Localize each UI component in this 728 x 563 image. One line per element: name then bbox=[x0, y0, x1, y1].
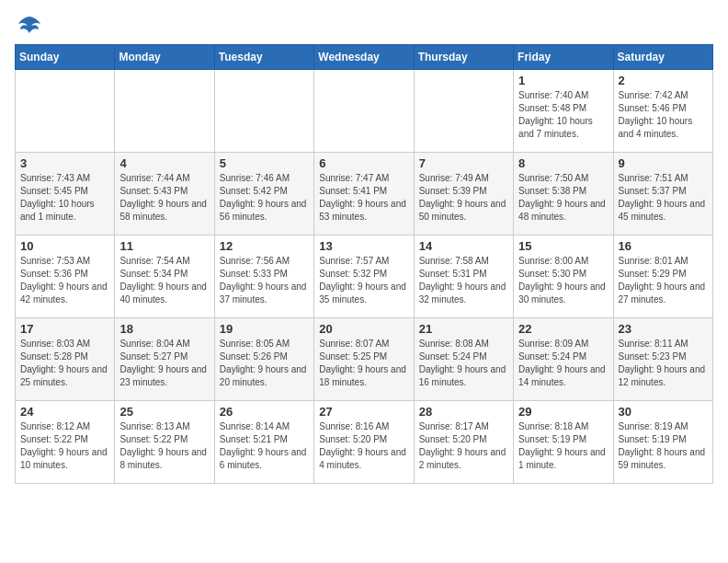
day-number: 23 bbox=[619, 322, 708, 336]
day-number: 12 bbox=[220, 239, 309, 253]
day-number: 25 bbox=[119, 405, 209, 419]
day-number: 24 bbox=[20, 405, 109, 419]
day-number: 22 bbox=[518, 322, 608, 336]
calendar-week-row: 3Sunrise: 7:43 AM Sunset: 5:45 PM Daylig… bbox=[16, 153, 713, 236]
day-number: 5 bbox=[220, 156, 309, 170]
day-info: Sunrise: 8:18 AM Sunset: 5:19 PM Dayligh… bbox=[518, 420, 608, 472]
day-number: 17 bbox=[20, 322, 109, 336]
page-header bbox=[15, 15, 713, 33]
calendar-cell: 6Sunrise: 7:47 AM Sunset: 5:41 PM Daylig… bbox=[314, 153, 414, 236]
weekday-header-tuesday: Tuesday bbox=[214, 45, 313, 70]
day-number: 18 bbox=[119, 322, 209, 336]
day-number: 11 bbox=[119, 239, 209, 253]
day-info: Sunrise: 7:58 AM Sunset: 5:31 PM Dayligh… bbox=[419, 255, 508, 306]
calendar-cell: 14Sunrise: 7:58 AM Sunset: 5:31 PM Dayli… bbox=[414, 236, 513, 318]
calendar-cell: 5Sunrise: 7:46 AM Sunset: 5:42 PM Daylig… bbox=[214, 153, 313, 236]
calendar-cell: 13Sunrise: 7:57 AM Sunset: 5:32 PM Dayli… bbox=[314, 236, 414, 318]
calendar-cell: 3Sunrise: 7:43 AM Sunset: 5:45 PM Daylig… bbox=[16, 153, 115, 236]
day-info: Sunrise: 8:17 AM Sunset: 5:20 PM Dayligh… bbox=[419, 420, 508, 472]
calendar-cell: 1Sunrise: 7:40 AM Sunset: 5:48 PM Daylig… bbox=[514, 70, 613, 153]
calendar-cell: 11Sunrise: 7:54 AM Sunset: 5:34 PM Dayli… bbox=[115, 236, 214, 318]
day-info: Sunrise: 8:11 AM Sunset: 5:23 PM Dayligh… bbox=[619, 338, 708, 389]
day-info: Sunrise: 8:13 AM Sunset: 5:22 PM Dayligh… bbox=[119, 420, 209, 472]
day-info: Sunrise: 8:09 AM Sunset: 5:24 PM Dayligh… bbox=[518, 338, 608, 389]
day-info: Sunrise: 8:01 AM Sunset: 5:29 PM Dayligh… bbox=[619, 255, 708, 306]
calendar-cell: 17Sunrise: 8:03 AM Sunset: 5:28 PM Dayli… bbox=[16, 318, 115, 401]
weekday-header-saturday: Saturday bbox=[613, 45, 712, 70]
day-number: 4 bbox=[119, 156, 209, 170]
weekday-header-wednesday: Wednesday bbox=[314, 45, 414, 70]
day-number: 3 bbox=[20, 156, 109, 170]
calendar-cell: 25Sunrise: 8:13 AM Sunset: 5:22 PM Dayli… bbox=[115, 401, 214, 484]
calendar-cell: 12Sunrise: 7:56 AM Sunset: 5:33 PM Dayli… bbox=[214, 236, 313, 318]
calendar-cell: 24Sunrise: 8:12 AM Sunset: 5:22 PM Dayli… bbox=[16, 401, 115, 484]
calendar-week-row: 1Sunrise: 7:40 AM Sunset: 5:48 PM Daylig… bbox=[16, 70, 713, 153]
calendar-cell: 16Sunrise: 8:01 AM Sunset: 5:29 PM Dayli… bbox=[613, 236, 712, 318]
day-info: Sunrise: 7:54 AM Sunset: 5:34 PM Dayligh… bbox=[119, 255, 209, 306]
day-info: Sunrise: 7:44 AM Sunset: 5:43 PM Dayligh… bbox=[119, 172, 209, 224]
calendar-week-row: 24Sunrise: 8:12 AM Sunset: 5:22 PM Dayli… bbox=[16, 401, 713, 484]
day-info: Sunrise: 7:40 AM Sunset: 5:48 PM Dayligh… bbox=[518, 89, 608, 141]
day-number: 29 bbox=[518, 405, 608, 419]
day-info: Sunrise: 7:43 AM Sunset: 5:45 PM Dayligh… bbox=[20, 172, 109, 224]
day-number: 2 bbox=[619, 74, 708, 87]
day-number: 15 bbox=[518, 239, 608, 253]
day-info: Sunrise: 7:47 AM Sunset: 5:41 PM Dayligh… bbox=[319, 172, 408, 224]
day-info: Sunrise: 8:08 AM Sunset: 5:24 PM Dayligh… bbox=[419, 338, 508, 389]
calendar-cell: 27Sunrise: 8:16 AM Sunset: 5:20 PM Dayli… bbox=[314, 401, 414, 484]
calendar-cell bbox=[16, 70, 115, 153]
calendar-cell: 2Sunrise: 7:42 AM Sunset: 5:46 PM Daylig… bbox=[613, 70, 712, 153]
day-info: Sunrise: 7:49 AM Sunset: 5:39 PM Dayligh… bbox=[419, 172, 508, 224]
day-info: Sunrise: 8:16 AM Sunset: 5:20 PM Dayligh… bbox=[319, 420, 408, 472]
day-number: 1 bbox=[518, 74, 608, 87]
day-number: 13 bbox=[319, 239, 408, 253]
weekday-header-thursday: Thursday bbox=[414, 45, 513, 70]
calendar-cell: 28Sunrise: 8:17 AM Sunset: 5:20 PM Dayli… bbox=[414, 401, 513, 484]
day-number: 7 bbox=[419, 156, 508, 170]
calendar-cell: 7Sunrise: 7:49 AM Sunset: 5:39 PM Daylig… bbox=[414, 153, 513, 236]
calendar-header-row: SundayMondayTuesdayWednesdayThursdayFrid… bbox=[16, 45, 713, 70]
day-info: Sunrise: 8:03 AM Sunset: 5:28 PM Dayligh… bbox=[20, 338, 109, 389]
day-number: 27 bbox=[319, 405, 408, 419]
calendar-cell bbox=[214, 70, 313, 153]
calendar-cell bbox=[414, 70, 513, 153]
day-info: Sunrise: 7:56 AM Sunset: 5:33 PM Dayligh… bbox=[220, 255, 309, 306]
day-info: Sunrise: 8:14 AM Sunset: 5:21 PM Dayligh… bbox=[220, 420, 309, 472]
calendar-cell bbox=[115, 70, 214, 153]
calendar-cell: 30Sunrise: 8:19 AM Sunset: 5:19 PM Dayli… bbox=[613, 401, 712, 484]
weekday-header-friday: Friday bbox=[514, 45, 613, 70]
calendar-week-row: 17Sunrise: 8:03 AM Sunset: 5:28 PM Dayli… bbox=[16, 318, 713, 401]
calendar-cell: 4Sunrise: 7:44 AM Sunset: 5:43 PM Daylig… bbox=[115, 153, 214, 236]
day-number: 20 bbox=[319, 322, 408, 336]
calendar-cell bbox=[314, 70, 414, 153]
day-number: 30 bbox=[619, 405, 708, 419]
calendar-cell: 8Sunrise: 7:50 AM Sunset: 5:38 PM Daylig… bbox=[514, 153, 613, 236]
day-number: 14 bbox=[419, 239, 508, 253]
logo-bird-icon bbox=[17, 15, 42, 37]
day-number: 28 bbox=[419, 405, 508, 419]
weekday-header-monday: Monday bbox=[115, 45, 214, 70]
day-info: Sunrise: 7:57 AM Sunset: 5:32 PM Dayligh… bbox=[319, 255, 408, 306]
day-info: Sunrise: 8:07 AM Sunset: 5:25 PM Dayligh… bbox=[319, 338, 408, 389]
calendar-cell: 19Sunrise: 8:05 AM Sunset: 5:26 PM Dayli… bbox=[214, 318, 313, 401]
day-number: 8 bbox=[518, 156, 608, 170]
day-info: Sunrise: 7:50 AM Sunset: 5:38 PM Dayligh… bbox=[518, 172, 608, 224]
day-number: 21 bbox=[419, 322, 508, 336]
calendar-cell: 9Sunrise: 7:51 AM Sunset: 5:37 PM Daylig… bbox=[613, 153, 712, 236]
day-info: Sunrise: 8:00 AM Sunset: 5:30 PM Dayligh… bbox=[518, 255, 608, 306]
day-number: 10 bbox=[20, 239, 109, 253]
day-number: 26 bbox=[220, 405, 309, 419]
day-info: Sunrise: 8:05 AM Sunset: 5:26 PM Dayligh… bbox=[220, 338, 309, 389]
day-info: Sunrise: 7:53 AM Sunset: 5:36 PM Dayligh… bbox=[20, 255, 109, 306]
calendar-cell: 18Sunrise: 8:04 AM Sunset: 5:27 PM Dayli… bbox=[115, 318, 214, 401]
logo bbox=[15, 15, 42, 33]
calendar-table: SundayMondayTuesdayWednesdayThursdayFrid… bbox=[15, 44, 713, 484]
day-number: 9 bbox=[619, 156, 708, 170]
calendar-cell: 22Sunrise: 8:09 AM Sunset: 5:24 PM Dayli… bbox=[514, 318, 613, 401]
day-info: Sunrise: 7:46 AM Sunset: 5:42 PM Dayligh… bbox=[220, 172, 309, 224]
calendar-cell: 10Sunrise: 7:53 AM Sunset: 5:36 PM Dayli… bbox=[16, 236, 115, 318]
calendar-cell: 23Sunrise: 8:11 AM Sunset: 5:23 PM Dayli… bbox=[613, 318, 712, 401]
day-number: 16 bbox=[619, 239, 708, 253]
calendar-cell: 26Sunrise: 8:14 AM Sunset: 5:21 PM Dayli… bbox=[214, 401, 313, 484]
day-info: Sunrise: 7:51 AM Sunset: 5:37 PM Dayligh… bbox=[619, 172, 708, 224]
